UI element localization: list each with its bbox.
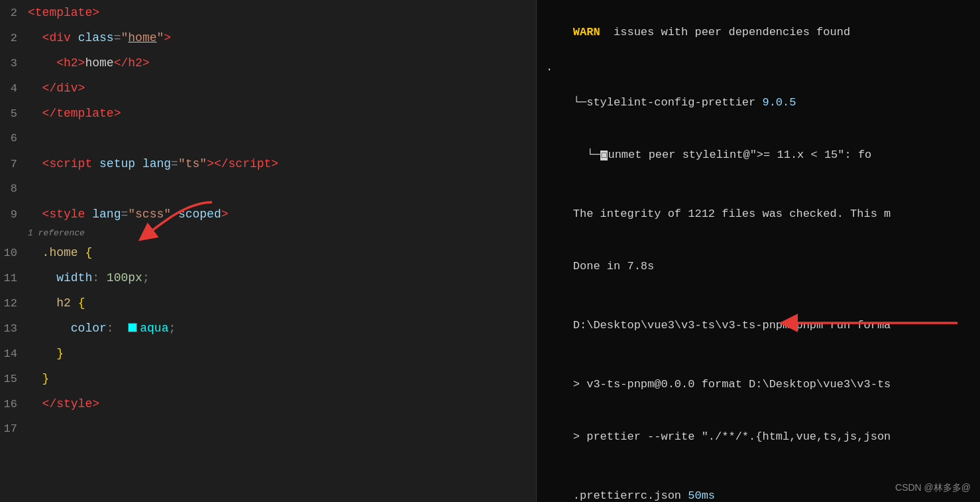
code-text: } [28, 366, 49, 391]
line-num: 6 [0, 126, 28, 151]
code-editor: 2 <template> 2 <div class="home"> 3 <h2>… [0, 0, 537, 502]
code-text: color: aqua; [28, 316, 176, 341]
code-text: <template> [28, 0, 99, 25]
code-line-14: 14 } [0, 341, 536, 366]
code-text: } [28, 341, 64, 366]
line-num: 2 [0, 26, 28, 51]
line-num: 8 [0, 176, 28, 202]
terminal-prettier: > prettier --write "./**/*.{html,vue,ts,… [546, 411, 971, 464]
line-num: 10 [0, 241, 28, 266]
line-num: 9 [0, 202, 28, 227]
reference-label: 1 reference [0, 227, 536, 240]
terminal-line-stylelint: └─stylelint-config-prettier 9.0.5 [546, 76, 971, 129]
code-line-1: 2 <template> [0, 0, 536, 25]
terminal-line-dot: . [546, 59, 971, 76]
terminal-v3-format: > v3-ts-pnpm@0.0.0 format D:\Desktop\vue… [546, 359, 971, 411]
line-num: 15 [0, 367, 28, 392]
line-num: 16 [0, 392, 28, 417]
code-text: <h2>home</h2> [28, 50, 150, 76]
code-line-15: 15 } [0, 366, 536, 391]
code-text: <script setup lang="ts"></script> [28, 151, 278, 176]
code-text: </style> [28, 391, 99, 416]
terminal-integrity: The integrity of 1212 files was checked.… [546, 188, 971, 240]
code-line-12: 12 h2 { [0, 290, 536, 316]
code-line-2: 2 <div class="home"> [0, 25, 536, 50]
terminal-done: Done in 7.8s [546, 240, 971, 292]
line-num: 12 [0, 291, 28, 316]
code-line-3: 3 <h2>home</h2> [0, 50, 536, 76]
code-line-5: 5 </template> [0, 101, 536, 126]
code-line-4: 4 </div> [0, 76, 536, 101]
line-num: 13 [0, 316, 28, 342]
code-line-7: 7 <script setup lang="ts"></script> [0, 151, 536, 176]
code-line-9: 9 <style lang="scss" scoped> [0, 202, 536, 227]
code-text: <div class="home"> [28, 25, 171, 50]
code-text: .home { [28, 240, 92, 265]
code-text: </template> [28, 101, 121, 126]
line-num: 17 [0, 416, 28, 442]
code-text: width: 100px; [28, 265, 150, 290]
code-line-8: 8 [0, 176, 536, 202]
line-num: 14 [0, 342, 28, 367]
code-text: </div> [28, 76, 85, 101]
color-swatch-aqua [128, 323, 137, 332]
watermark: CSDN @林多多@ [895, 482, 971, 494]
terminal-line-warn: WARN issues with peer dependencies found [546, 7, 971, 59]
code-line-10: 10 .home { [0, 240, 536, 265]
code-line-6: 6 [0, 126, 536, 151]
line-num: 11 [0, 266, 28, 291]
code-line-11: 11 width: 100px; [0, 265, 536, 290]
terminal-prompt-1: D:\Desktop\vue3\v3-ts\v3-ts-pnpm>pnpm ru… [546, 300, 971, 352]
terminal-line-unmet: └─□unmet peer stylelint@">= 11.x < 15": … [546, 129, 971, 181]
line-num: 3 [0, 51, 28, 76]
line-num: 7 [0, 152, 28, 177]
terminal-panel: WARN issues with peer dependencies found… [537, 0, 980, 502]
line-num: 2 [0, 1, 28, 26]
code-text: h2 { [28, 290, 85, 316]
line-num: 4 [0, 76, 28, 101]
code-text: <style lang="scss" scoped> [28, 202, 229, 227]
line-num: 5 [0, 101, 28, 127]
code-line-16: 16 </style> [0, 391, 536, 416]
code-line-17: 17 [0, 416, 536, 442]
code-line-13: 13 color: aqua; [0, 316, 536, 341]
